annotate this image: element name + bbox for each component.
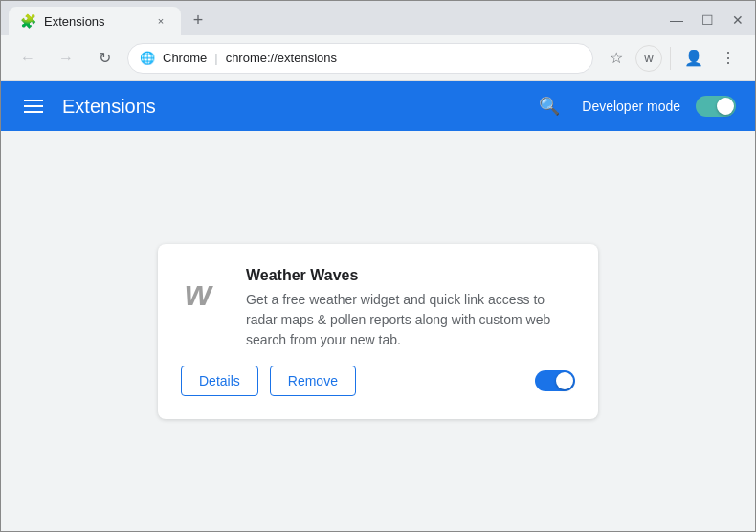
svg-text:w: w — [185, 274, 213, 313]
extension-card: w Weather Waves Get a free weather widge… — [158, 244, 598, 419]
close-button[interactable]: ✕ — [728, 11, 747, 30]
main-content: RISK.COM w Weather Waves Get a free weat… — [1, 131, 755, 531]
extension-description: Get a free weather widget and quick link… — [246, 290, 575, 350]
toolbar-actions: ☆ w 👤 ⋮ — [601, 43, 744, 74]
address-bar[interactable]: 🌐 Chrome | chrome://extensions — [127, 43, 593, 74]
hamburger-line-3 — [24, 111, 43, 113]
extensions-header: Extensions 🔍 Developer mode — [1, 81, 755, 131]
maximize-button[interactable]: ☐ — [698, 11, 717, 30]
toolbar-divider — [670, 47, 671, 70]
remove-button[interactable]: Remove — [270, 366, 356, 396]
minimize-button[interactable]: — — [667, 11, 686, 30]
bookmark-button[interactable]: ☆ — [601, 43, 632, 74]
profile-button[interactable]: 👤 — [678, 43, 709, 74]
title-bar: 🧩 Extensions × + — ☐ ✕ — [1, 1, 755, 35]
security-icon: 🌐 — [140, 51, 155, 65]
browser-tab[interactable]: 🧩 Extensions × — [9, 7, 181, 35]
refresh-button[interactable]: ↻ — [89, 43, 120, 74]
back-button[interactable]: ← — [12, 43, 43, 74]
extension-info: Weather Waves Get a free weather widget … — [246, 267, 575, 350]
hamburger-line-2 — [24, 105, 43, 107]
tab-title: Extensions — [44, 14, 145, 29]
extension-toggle-area — [535, 370, 575, 391]
profile-icon[interactable]: w — [635, 45, 662, 72]
extension-name: Weather Waves — [246, 267, 575, 284]
window-controls: — ☐ ✕ — [667, 11, 747, 35]
card-actions: Details Remove — [181, 366, 575, 396]
hamburger-line-1 — [24, 100, 43, 101]
url-text: chrome://extensions — [226, 51, 581, 65]
menu-button[interactable]: ⋮ — [713, 43, 744, 74]
page-title: Extensions — [62, 96, 517, 118]
forward-button[interactable]: → — [51, 43, 81, 74]
developer-mode-toggle[interactable] — [696, 96, 736, 117]
extension-icon: w — [181, 267, 231, 317]
developer-mode-label: Developer mode — [582, 99, 680, 114]
url-separator: | — [214, 51, 217, 65]
browser-toolbar: ← → ↻ 🌐 Chrome | chrome://extensions ☆ w… — [1, 35, 755, 81]
search-button[interactable]: 🔍 — [532, 89, 567, 123]
extension-enabled-toggle[interactable] — [535, 370, 575, 391]
toggle-thumb — [717, 98, 734, 115]
details-button[interactable]: Details — [181, 366, 258, 396]
card-top: w Weather Waves Get a free weather widge… — [181, 267, 575, 350]
browser-window: 🧩 Extensions × + — ☐ ✕ ← → ↻ 🌐 Chrome | … — [0, 0, 756, 532]
new-tab-button[interactable]: + — [185, 7, 211, 33]
extension-toggle-thumb — [556, 372, 573, 389]
hamburger-menu-button[interactable] — [20, 96, 47, 117]
tab-icon: 🧩 — [20, 13, 36, 29]
site-name: Chrome — [163, 51, 207, 65]
tab-close-button[interactable]: × — [152, 12, 169, 30]
